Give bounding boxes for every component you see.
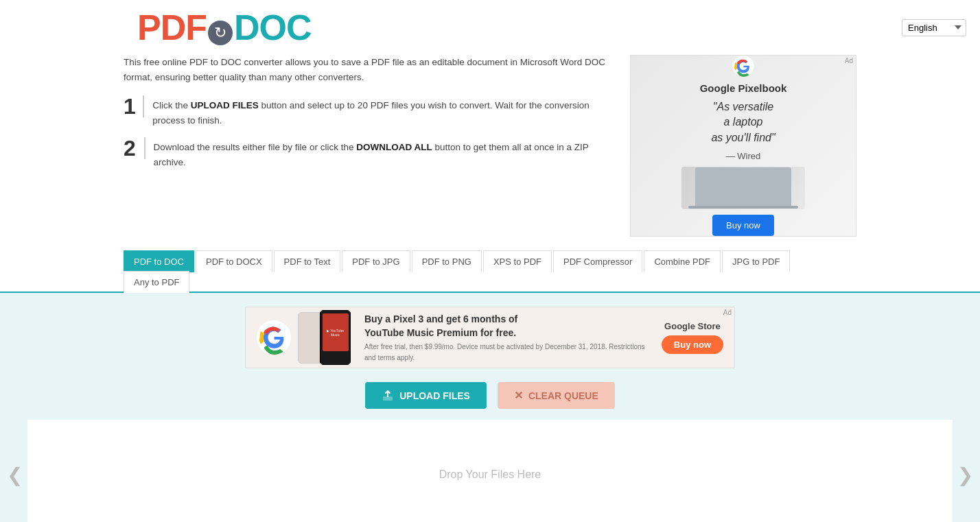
clear-queue-button[interactable]: ✕ CLEAR QUEUE bbox=[498, 382, 615, 409]
banner-headline: Buy a Pixel 3 and get 6 months ofYouTube… bbox=[364, 313, 655, 340]
banner-right: Google Store Buy now bbox=[662, 321, 723, 354]
tab-pdf-to-png[interactable]: PDF to PNG bbox=[412, 250, 482, 272]
step-2: 2 Download the results either file by fi… bbox=[124, 137, 616, 169]
tab-any-to-pdf[interactable]: Any to PDF bbox=[124, 271, 189, 293]
step-2-number: 2 bbox=[124, 137, 145, 159]
ad-product-name: Google Pixelbook bbox=[700, 82, 787, 94]
phone-screen-text: ▶ YouTubeMusic bbox=[327, 329, 344, 337]
ad-right: Ad Google Pixelbook "As versatilea lapto… bbox=[630, 55, 856, 237]
tab-combine-pdf[interactable]: Combine PDF bbox=[644, 250, 721, 272]
phone-screen: ▶ YouTubeMusic bbox=[323, 313, 349, 351]
banner-ad: Ad ▶ YouTubeMusic Buy a Pixel 3 and get … bbox=[245, 307, 735, 368]
step-1: 1 Click the UPLOAD FILES button and sele… bbox=[124, 95, 616, 128]
step-2-text: Download the results either file by file… bbox=[154, 137, 616, 169]
tool-area: Ad ▶ YouTubeMusic Buy a Pixel 3 and get … bbox=[0, 293, 980, 522]
phone-black: ▶ YouTubeMusic bbox=[320, 310, 351, 365]
logo: PDF DOC bbox=[137, 7, 312, 48]
drop-zone-text: Drop Your Files Here bbox=[439, 468, 541, 481]
tab-pdf-to-jpg[interactable]: PDF to JPG bbox=[342, 250, 410, 272]
tab-pdf-to-text[interactable]: PDF to Text bbox=[274, 250, 341, 272]
logo-pdf: PDF bbox=[137, 7, 207, 48]
tab-pdf-compressor[interactable]: PDF Compressor bbox=[553, 250, 642, 272]
upload-icon bbox=[382, 390, 394, 402]
banner-google-logo bbox=[257, 320, 291, 355]
steps-list: 1 Click the UPLOAD FILES button and sele… bbox=[124, 95, 616, 169]
carousel-prev-button[interactable]: ❮ bbox=[7, 464, 23, 486]
banner-buy-button[interactable]: Buy now bbox=[662, 335, 723, 354]
tab-pdf-to-docx[interactable]: PDF to DOCX bbox=[196, 250, 272, 272]
tab-jpg-to-pdf[interactable]: JPG to PDF bbox=[722, 250, 790, 272]
ad-product-image bbox=[681, 167, 805, 209]
description: This free online PDF to DOC converter al… bbox=[124, 55, 616, 84]
banner-store-name: Google Store bbox=[664, 321, 721, 331]
upload-files-button[interactable]: UPLOAD FILES bbox=[365, 382, 487, 409]
tab-pdf-to-doc[interactable]: PDF to DOC bbox=[124, 250, 194, 272]
language-select[interactable]: English Español Français Deutsch Portugu… bbox=[902, 19, 966, 36]
ad-label: Ad bbox=[845, 57, 853, 64]
step-1-number: 1 bbox=[124, 95, 144, 117]
ad-source: — Wired bbox=[726, 151, 761, 161]
google-logo bbox=[730, 56, 757, 77]
banner-main-text: Buy a Pixel 3 and get 6 months ofYouTube… bbox=[358, 313, 662, 361]
clear-icon: ✕ bbox=[514, 389, 523, 402]
drop-zone-wrapper: ❮ Drop Your Files Here ❯ bbox=[27, 420, 953, 522]
content-left: This free online PDF to DOC converter al… bbox=[124, 55, 616, 180]
logo-to-icon bbox=[208, 21, 233, 45]
ad-quote: "As versatilea laptopas you'll find" bbox=[711, 99, 775, 145]
tab-navigation: PDF to DOC PDF to DOCX PDF to Text PDF t… bbox=[0, 250, 980, 293]
ad-buy-button[interactable]: Buy now bbox=[712, 215, 774, 236]
drop-zone[interactable]: Drop Your Files Here bbox=[27, 420, 953, 522]
tab-xps-to-pdf[interactable]: XPS to PDF bbox=[483, 250, 552, 272]
step-1-text: Click the UPLOAD FILES button and select… bbox=[152, 95, 616, 128]
banner-phones: ▶ YouTubeMusic bbox=[298, 310, 351, 365]
carousel-next-button[interactable]: ❯ bbox=[957, 464, 973, 486]
banner-ad-label: Ad bbox=[723, 309, 732, 316]
action-buttons: UPLOAD FILES ✕ CLEAR QUEUE bbox=[0, 382, 980, 409]
banner-fine-print: After free trial, then $9.99/mo. Device … bbox=[364, 343, 645, 361]
logo-doc: DOC bbox=[234, 7, 312, 48]
